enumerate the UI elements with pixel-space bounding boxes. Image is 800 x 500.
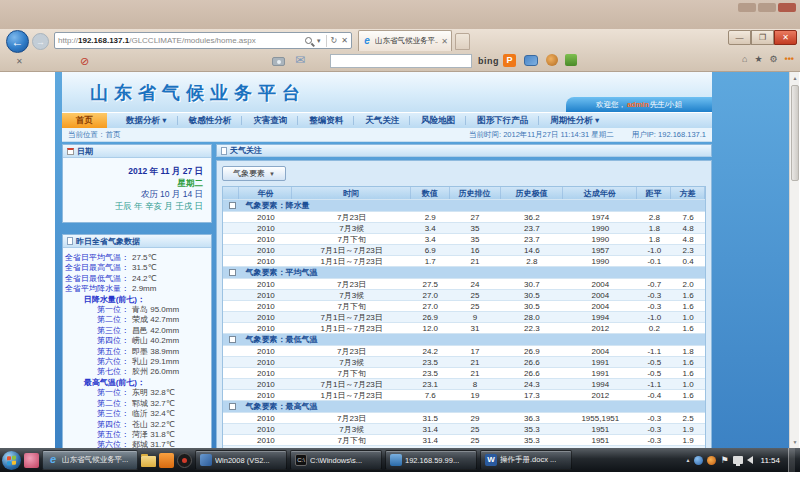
media-player-icon[interactable] bbox=[177, 453, 192, 468]
group-checkbox[interactable] bbox=[229, 336, 236, 343]
table-row[interactable]: 20107月下旬31.42535.31951-0.31.9 bbox=[223, 435, 705, 446]
action-center-flag-icon[interactable]: ⚑ bbox=[720, 456, 728, 465]
address-dropdown-icon[interactable]: ▼ bbox=[316, 38, 322, 44]
scroll-up-icon[interactable]: ▲ bbox=[790, 72, 800, 84]
taskbar: e 山东省气候业务平... Win2008 (VS2...C:\C:\Windo… bbox=[0, 448, 800, 472]
taskbar-window-2[interactable]: 192.168.59.99... bbox=[385, 450, 477, 470]
refresh-icon[interactable]: ↻ bbox=[331, 36, 338, 45]
taskbar-window-3[interactable]: W操作手册.docx ... bbox=[480, 450, 572, 470]
blocker-icon[interactable]: ⊘ bbox=[80, 56, 89, 67]
nav-item-0[interactable]: 首页 bbox=[62, 113, 107, 128]
table-row[interactable]: 20107月下旬3.43523.719901.84.8 bbox=[223, 234, 705, 245]
table-cell: 2010 bbox=[239, 223, 292, 233]
browser-tab[interactable]: e 山东省气候业务平... ✕ bbox=[358, 30, 452, 51]
table-row[interactable]: 20107月23日2.92736.219742.87.6 bbox=[223, 212, 705, 223]
new-tab-button[interactable] bbox=[455, 33, 470, 50]
table-row[interactable]: 20107月3候3.43523.719901.84.8 bbox=[223, 223, 705, 234]
forward-button[interactable]: → bbox=[32, 33, 49, 50]
addon-icon-paw[interactable] bbox=[546, 54, 558, 66]
group-checkbox[interactable] bbox=[229, 269, 236, 276]
search-icon[interactable] bbox=[305, 37, 312, 44]
nav-item-1[interactable]: 数据分析 ▾ bbox=[115, 113, 178, 128]
nav-item-2[interactable]: 敏感性分析 bbox=[178, 113, 243, 128]
table-row[interactable]: 20101月1日～7月23日7.61917.32012-0.41.6 bbox=[223, 390, 705, 401]
table-row[interactable]: 20101月1日～7月23日12.03122.320120.21.6 bbox=[223, 323, 705, 334]
network-icon[interactable] bbox=[733, 456, 743, 464]
table-row[interactable]: 20107月3候23.52126.61991-0.51.6 bbox=[223, 357, 705, 368]
element-dropdown-button[interactable]: 气象要素 ▼ bbox=[222, 166, 286, 181]
back-button[interactable]: ← bbox=[6, 30, 29, 53]
table-group-row[interactable]: 气象要素：降水量 bbox=[223, 200, 705, 212]
table-cell: 1994 bbox=[563, 312, 637, 322]
url-scheme: http:// bbox=[58, 36, 78, 45]
taskbar-window-icon-1: C:\ bbox=[295, 454, 307, 466]
nav-item-3[interactable]: 灾害查询 bbox=[242, 113, 298, 128]
table-row[interactable]: 20107月23日31.52936.31955,1951-0.32.5 bbox=[223, 413, 705, 424]
table-row[interactable]: 20107月1日～7月23日23.1824.31994-1.11.0 bbox=[223, 379, 705, 390]
tab-close-icon[interactable]: ✕ bbox=[441, 37, 448, 46]
vertical-scrollbar[interactable]: ▲ ▼ bbox=[789, 72, 799, 448]
table-cell: 4.8 bbox=[671, 234, 705, 244]
show-desktop-button[interactable] bbox=[788, 448, 795, 472]
tray-network-app-icon[interactable] bbox=[694, 456, 703, 465]
table-cell: -0.3 bbox=[637, 424, 671, 434]
table-cell: 8 bbox=[450, 379, 501, 389]
more-icon[interactable]: ••• bbox=[785, 54, 794, 64]
taskbar-window-1[interactable]: C:\C:\Windows\s... bbox=[290, 450, 382, 470]
speaker-icon[interactable] bbox=[747, 456, 753, 464]
tray-fox-icon[interactable] bbox=[707, 456, 716, 465]
maximize-button[interactable]: ❐ bbox=[751, 30, 774, 45]
toolbar-close-icon[interactable]: ✕ bbox=[16, 57, 23, 66]
toolbar-search-input[interactable] bbox=[330, 54, 472, 68]
table-row[interactable]: 20107月下旬27.02530.52004-0.31.6 bbox=[223, 301, 705, 312]
nav-item-8[interactable]: 周期性分析 ▾ bbox=[539, 113, 610, 128]
table-row[interactable]: 20107月3候27.02530.52004-0.31.6 bbox=[223, 290, 705, 301]
camera-icon[interactable] bbox=[272, 57, 285, 66]
table-row[interactable]: 20107月23日27.52430.72004-0.72.0 bbox=[223, 279, 705, 290]
bing-logo[interactable]: bing bbox=[478, 56, 499, 66]
table-cell: -1.1 bbox=[637, 346, 671, 356]
hidden-icons-chevron[interactable]: ▲ bbox=[686, 457, 691, 463]
scrollbar-thumb[interactable] bbox=[791, 85, 799, 181]
explorer-folder-icon[interactable] bbox=[141, 456, 156, 467]
chevron-down-icon: ▼ bbox=[269, 171, 275, 177]
nav-item-7[interactable]: 图形下行产品 bbox=[466, 113, 539, 128]
table-row[interactable]: 20107月3候31.42535.31951-0.31.9 bbox=[223, 424, 705, 435]
table-group-row[interactable]: 气象要素：最低气温 bbox=[223, 334, 705, 346]
table-row[interactable]: 20107月23日24.21726.92004-1.11.8 bbox=[223, 346, 705, 357]
table-group-row[interactable]: 气象要素：平均气温 bbox=[223, 267, 705, 279]
table-group-row[interactable]: 气象要素：最高气温 bbox=[223, 401, 705, 413]
table-row[interactable]: 20107月1日～7月23日6.91614.61957-1.02.3 bbox=[223, 245, 705, 256]
taskbar-active-window[interactable]: e 山东省气候业务平... bbox=[42, 450, 138, 470]
table-cell: 2010 bbox=[239, 245, 292, 255]
addon-icon-blue[interactable] bbox=[524, 55, 538, 66]
scroll-down-icon[interactable]: ▼ bbox=[790, 436, 800, 448]
table-cell: 26.6 bbox=[501, 368, 564, 378]
nav-item-5[interactable]: 天气关注 bbox=[354, 113, 410, 128]
close-button[interactable]: ✕ bbox=[774, 30, 797, 45]
nav-item-6[interactable]: 风险地图 bbox=[410, 113, 466, 128]
nav-item-4[interactable]: 整编资料 bbox=[298, 113, 354, 128]
home-icon[interactable]: ⌂ bbox=[742, 54, 747, 64]
taskbar-clock[interactable]: 11:54 bbox=[757, 456, 784, 465]
pinned-media-icon[interactable] bbox=[24, 453, 39, 468]
minimize-button[interactable]: — bbox=[728, 30, 751, 45]
table-cell: 17 bbox=[450, 346, 501, 356]
favorites-star-icon[interactable]: ★ bbox=[754, 54, 762, 64]
settings-gear-icon[interactable]: ⚙ bbox=[769, 54, 777, 64]
table-row[interactable]: 20107月1日～7月23日26.9928.01994-1.01.0 bbox=[223, 312, 705, 323]
pinned-app-icon[interactable] bbox=[159, 453, 174, 468]
addon-icon-puzzle[interactable] bbox=[565, 54, 577, 66]
group-checkbox[interactable] bbox=[229, 202, 236, 209]
group-checkbox[interactable] bbox=[229, 403, 236, 410]
rank-label: 第四位： bbox=[63, 420, 129, 430]
search-provider-icon[interactable]: P bbox=[503, 54, 516, 67]
table-row[interactable]: 20101月1日～7月23日1.7212.81990-0.10.4 bbox=[223, 256, 705, 267]
row-indent bbox=[223, 290, 239, 300]
address-bar[interactable]: http://192.168.137.1/GLCCLIMATE/modules/… bbox=[54, 32, 352, 49]
table-row[interactable]: 20107月下旬23.52126.61991-0.51.6 bbox=[223, 368, 705, 379]
stop-icon[interactable]: ✕ bbox=[341, 36, 348, 45]
envelope-icon[interactable]: ✉ bbox=[295, 53, 305, 67]
taskbar-window-0[interactable]: Win2008 (VS2... bbox=[195, 450, 287, 470]
start-button[interactable] bbox=[2, 451, 21, 470]
